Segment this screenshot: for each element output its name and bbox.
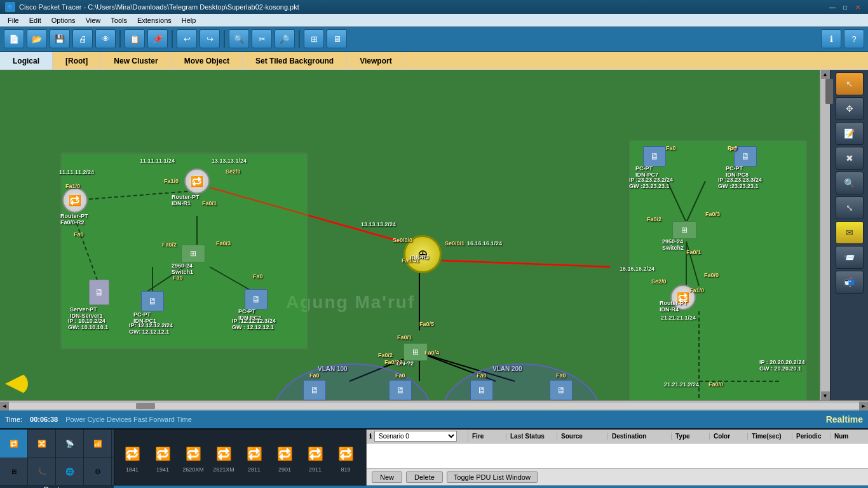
r3-ip13: 13.13.13.2/24 — [361, 221, 396, 227]
dev-2620xm[interactable]: 🔁 2620XM — [180, 441, 206, 474]
rp-resize-button[interactable]: ⤡ — [836, 196, 864, 219]
rp-select-button[interactable]: ↖ — [836, 72, 864, 95]
open-button[interactable]: 📂 — [27, 29, 47, 48]
pc-pc5[interactable]: 🖥 — [470, 380, 493, 400]
router-r1[interactable]: 🔁 — [184, 168, 210, 194]
device-categories: 🔁 🔀 📡 📶 🖥 📞 🌐 ⚙ Routers — [0, 430, 114, 485]
dev-2811[interactable]: 🔁 2811 — [241, 441, 267, 474]
rp-delete-button[interactable]: ✖ — [836, 147, 864, 170]
redo-button[interactable]: ↪ — [200, 29, 220, 48]
dev-cat-hubs[interactable]: 📡 — [56, 430, 84, 458]
rp-pointer-button[interactable]: ✥ — [836, 97, 864, 120]
router-r2[interactable]: 🔁 — [62, 187, 88, 213]
menu-file[interactable]: File — [3, 14, 24, 26]
actions-label[interactable]: Power Cycle Devices Fast Forward Time — [65, 416, 192, 423]
dev-cat-wireless[interactable]: 📶 — [84, 430, 112, 458]
search-button[interactable]: 🔍 — [229, 29, 249, 48]
rp-note-button[interactable]: 📝 — [836, 122, 864, 145]
menu-help[interactable]: Help — [177, 14, 201, 26]
sw2-fa02: Fa0/2 — [647, 216, 661, 222]
pc-pc1[interactable]: 🖥 — [141, 291, 164, 311]
srv1-label: Server-PTIDN-Server1 — [70, 306, 103, 319]
switch-sw2[interactable]: ⊞ — [672, 221, 696, 239]
menu-extensions[interactable]: Extensions — [132, 14, 177, 26]
server-srv1[interactable]: 🖥 — [89, 280, 109, 305]
info-icon: ℹ — [369, 433, 372, 440]
loc-logical[interactable]: Logical — [0, 52, 53, 69]
rp-inspect-button[interactable]: 🔍 — [836, 172, 864, 194]
customize-button[interactable]: ✂ — [252, 29, 272, 48]
help-button[interactable]: ? — [844, 29, 864, 48]
pc-pc3[interactable]: 🖥 — [303, 380, 326, 400]
pc-pc2[interactable]: 🖥 — [245, 289, 268, 309]
grid-button[interactable]: ⊞ — [304, 29, 324, 48]
delete-pdu-button[interactable]: Delete — [406, 471, 443, 483]
undo-button[interactable]: ↩ — [177, 29, 197, 48]
canvas[interactable]: Agung Ma'ruf 🔁 Router-PTIDN-R1 11.11.11.… — [0, 70, 820, 400]
rp-add-pdu-button[interactable]: ✉ — [836, 221, 864, 244]
preview-button[interactable]: 👁 — [95, 29, 116, 48]
print-button[interactable]: 🖨 — [72, 29, 93, 48]
scenario-dropdown[interactable]: Scenario 0 — [374, 431, 457, 442]
info-button[interactable]: ℹ — [821, 29, 841, 48]
dev-2621xm[interactable]: 🔁 2621XM — [211, 441, 236, 474]
loc-move-object[interactable]: Move Object — [172, 52, 243, 69]
maximize-button[interactable]: □ — [840, 2, 850, 12]
vscroll-down[interactable]: ▼ — [821, 391, 830, 400]
horizontal-scrollbar[interactable]: ◄ ► — [0, 400, 868, 410]
dev-cat-wan[interactable]: 🌐 — [56, 458, 84, 485]
pc-pc6[interactable]: 🖥 — [550, 380, 573, 400]
zoom-button[interactable]: 🔎 — [275, 29, 295, 48]
minimize-button[interactable]: — — [827, 2, 837, 12]
menu-tools[interactable]: Tools — [105, 14, 132, 26]
vscroll-thumb[interactable] — [825, 79, 833, 104]
right-panel: ↖ ✥ 📝 ✖ 🔍 ⤡ ✉ 📨 📬 — [830, 70, 868, 400]
loc-viewport[interactable]: Viewport — [347, 52, 405, 69]
loc-root[interactable]: [Root] — [53, 52, 101, 69]
category-label: Routers — [0, 485, 114, 488]
new-button[interactable]: 📄 — [4, 29, 24, 48]
pc-pc7[interactable]: 🖥 — [643, 146, 666, 166]
switch-sw1[interactable]: ⊞ — [181, 245, 205, 262]
toggle-pdu-button[interactable]: Toggle PDU List Window — [447, 471, 538, 483]
r3-fa05: Fa0/5 — [419, 321, 434, 327]
dev-1941[interactable]: 🔁 1941 — [150, 441, 175, 474]
hscroll-right[interactable]: ► — [859, 402, 868, 410]
sw2-fa03: Fa0/3 — [705, 211, 720, 217]
vscroll-up[interactable]: ▲ — [821, 70, 830, 79]
vertical-scrollbar[interactable]: ▲ ▼ — [820, 70, 830, 400]
dev-cat-phones[interactable]: 📞 — [28, 458, 56, 485]
paste-button[interactable]: 📌 — [147, 29, 168, 48]
save-button[interactable]: 💾 — [50, 29, 70, 48]
loc-new-cluster[interactable]: New Cluster — [101, 52, 171, 69]
rp-simple-pdu-button[interactable]: 📨 — [836, 246, 864, 269]
sw1-fa02: Fa0/2 — [162, 241, 177, 248]
menu-options[interactable]: Options — [46, 14, 81, 26]
menu-view[interactable]: View — [81, 14, 106, 26]
menu-edit[interactable]: Edit — [24, 14, 46, 26]
rp-complex-pdu-button[interactable]: 📬 — [836, 271, 864, 294]
dev-2901[interactable]: 🔁 2901 — [272, 441, 297, 474]
loc-tiled-bg[interactable]: Set Tiled Background — [243, 52, 347, 69]
title-left: 🔷 Cisco Packet Tracer - C:\Users\Mira\Do… — [5, 2, 299, 12]
pc-pc4[interactable]: 🖥 — [389, 380, 412, 400]
device-icons: 🔁 1841 🔁 1941 🔁 2620XM 🔁 2621XM 🔁 2811 🔁… — [114, 430, 366, 485]
r4-ip21b: 21.21.21.2/24 — [664, 381, 699, 388]
hscroll-left[interactable]: ◄ — [0, 402, 9, 410]
pc2-ip: IP :12.12.12.3/24GW : 12.12.12.1 — [232, 318, 276, 330]
dev-2911[interactable]: 🔁 2911 — [302, 441, 328, 474]
dev-cat-switches[interactable]: 🔀 — [28, 430, 56, 458]
close-button[interactable]: ✕ — [853, 2, 863, 12]
copy-button[interactable]: 📋 — [125, 29, 145, 48]
dev-cat-custom[interactable]: ⚙ — [84, 458, 112, 485]
hscroll-thumb[interactable] — [136, 403, 155, 409]
dev-819[interactable]: 🔁 819 — [333, 441, 358, 474]
pc5-label: PC-PTIDN-PC5 — [462, 400, 485, 400]
sw-center-fa01: Fa0/1 — [397, 334, 412, 341]
dev-cat-servers[interactable]: 🖥 — [0, 458, 28, 485]
device-button[interactable]: 🖥 — [327, 29, 347, 48]
dev-1841[interactable]: 🔁 1841 — [119, 441, 145, 474]
dev-cat-routers[interactable]: 🔁 — [0, 430, 28, 458]
color-col: Color — [710, 433, 748, 440]
new-pdu-button[interactable]: New — [372, 471, 402, 483]
